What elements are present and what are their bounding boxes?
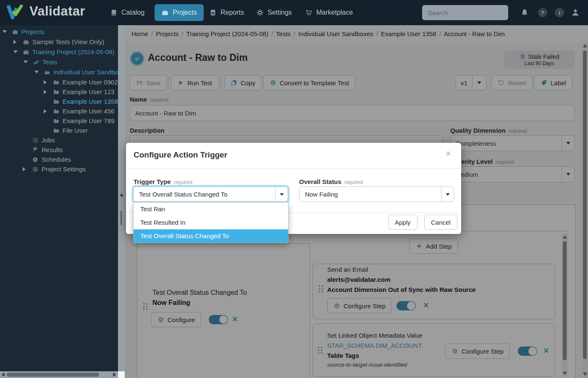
validatar-logo[interactable]: Validatar	[6, 3, 85, 19]
briefcase-icon	[23, 39, 29, 45]
folder-icon	[53, 89, 60, 95]
nav-item-reports[interactable]: Reports	[209, 0, 244, 25]
search-input[interactable]	[422, 5, 508, 20]
scroll-thumb[interactable]	[7, 373, 99, 377]
tree-item-example-user-123[interactable]: Example User 123	[44, 87, 114, 97]
briefcase-icon	[23, 49, 29, 55]
caret-right-icon[interactable]	[44, 80, 53, 84]
folder-open-icon	[44, 69, 50, 76]
caret-down-icon[interactable]	[24, 60, 33, 63]
cancel-button[interactable]: Cancel	[424, 215, 457, 230]
chevron-down-icon	[275, 187, 288, 202]
option-test-resulted-in[interactable]: Test Resulted In	[134, 216, 288, 229]
nav-item-marketplace[interactable]: Marketplace	[305, 0, 353, 25]
folder-icon	[53, 79, 60, 86]
bell-icon[interactable]	[520, 8, 529, 17]
apply-button[interactable]: Apply	[388, 215, 417, 230]
double-check-icon	[33, 59, 39, 66]
clock-icon	[32, 156, 39, 163]
book-icon	[110, 9, 118, 16]
caret-down-icon[interactable]	[3, 30, 12, 33]
tree-item-individual-user-sandboxes[interactable]: Individual User Sandboxes	[34, 67, 118, 77]
info-icon[interactable]: i	[555, 8, 564, 17]
list-icon	[32, 137, 39, 144]
project-tree-sidebar: Projects Sample Tests (View Only) Traini…	[0, 25, 118, 371]
report-icon	[209, 9, 217, 16]
trigger-type-label: Trigger Typerequired	[134, 178, 192, 185]
splitter-handle[interactable]	[121, 211, 122, 225]
modal-header-divider	[126, 168, 461, 168]
sidebar-horizontal-scrollbar[interactable]	[0, 371, 118, 378]
overall-status-select[interactable]: Now Failing	[299, 186, 454, 202]
tree-item-jobs[interactable]: Jobs	[32, 135, 55, 145]
profile-icon[interactable]	[571, 8, 580, 17]
briefcase-icon	[12, 29, 18, 35]
gear-icon	[32, 166, 39, 173]
caret-right-icon[interactable]	[44, 90, 53, 94]
caret-right-icon[interactable]	[44, 109, 53, 113]
option-test-ran[interactable]: Test Ran	[134, 202, 288, 216]
tree-item-example-user-456[interactable]: Example User 456	[44, 106, 114, 116]
caret-right-icon[interactable]	[13, 40, 23, 44]
validatar-app: Validatar Catalog Projects Reports Setti…	[0, 0, 588, 378]
top-nav: Validatar Catalog Projects Reports Setti…	[0, 0, 588, 25]
trigger-type-select[interactable]: Test Overall Status Changed To	[133, 186, 288, 202]
briefcase-icon	[161, 9, 169, 16]
cart-icon	[305, 9, 312, 16]
tree-item-projects[interactable]: Projects	[3, 27, 44, 37]
folder-icon	[53, 108, 60, 115]
folder-icon	[53, 98, 60, 105]
tree-item-file-user[interactable]: File User	[53, 126, 88, 135]
close-icon[interactable]	[445, 150, 453, 158]
help-icon[interactable]: ?	[538, 8, 547, 17]
logo-text: Validatar	[29, 4, 85, 19]
tree-item-tests[interactable]: Tests	[24, 57, 57, 67]
tree-item-sample-tests[interactable]: Sample Tests (View Only)	[13, 37, 104, 47]
caret-right-icon[interactable]	[23, 167, 32, 171]
sidebar-splitter[interactable]	[118, 25, 125, 371]
scroll-right-icon[interactable]	[113, 373, 116, 377]
nav-item-settings[interactable]: Settings	[256, 0, 292, 25]
option-test-overall-status-changed-to-selected[interactable]: Test Overall Status Changed To	[134, 229, 288, 243]
folder-icon	[53, 118, 60, 124]
validatar-logo-icon	[6, 3, 24, 19]
caret-down-icon[interactable]	[13, 50, 23, 53]
flag-icon	[32, 147, 39, 153]
tree-item-project-settings[interactable]: Project Settings	[23, 164, 86, 174]
gear-icon	[256, 9, 264, 16]
modal-title: Configure Action Trigger	[134, 150, 227, 160]
tree-item-example-user-0902[interactable]: Example User 0902	[44, 77, 118, 87]
trigger-type-options-list: Test Ran Test Resulted In Test Overall S…	[133, 202, 289, 243]
tree-item-results[interactable]: Results	[32, 145, 63, 155]
tree-item-example-user-789[interactable]: Example User 789	[53, 116, 114, 126]
folder-icon	[53, 127, 60, 134]
scroll-left-icon[interactable]	[1, 373, 5, 377]
chevron-down-icon	[441, 187, 454, 202]
nav-item-catalog[interactable]: Catalog	[110, 0, 144, 25]
overall-status-label: Overall Statusrequired	[299, 178, 363, 185]
tree-item-training-project[interactable]: Training Project (2024-05-08)	[13, 47, 114, 57]
tree-item-example-user-1358-selected[interactable]: Example User 1358	[53, 97, 118, 106]
collapse-sidebar-icon[interactable]	[120, 193, 123, 197]
tree-item-schedules[interactable]: Schedules	[32, 155, 71, 164]
caret-down-icon[interactable]	[34, 71, 44, 74]
nav-item-projects-active[interactable]: Projects	[155, 4, 204, 21]
